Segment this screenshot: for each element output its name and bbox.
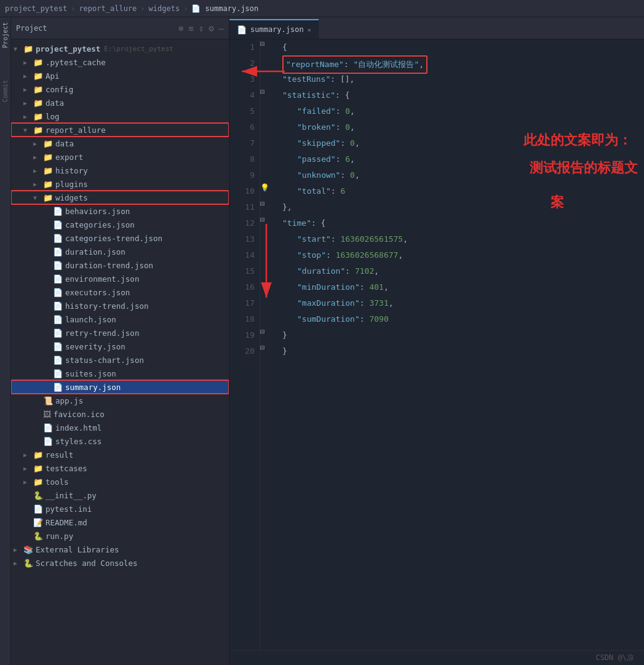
code-line-12: "time": { <box>282 215 634 231</box>
tree-item-plugins[interactable]: ▶ 📁 plugins <box>11 177 229 191</box>
tree-item-run-py[interactable]: ▶ 🐍 run.py <box>11 529 229 543</box>
tree-item-launch-json[interactable]: ▶ 📄 launch.json <box>11 313 229 326</box>
scratch-icon: 🐍 <box>23 559 33 568</box>
tree-item-data2[interactable]: ▶ 📁 data <box>11 137 229 150</box>
expand-arrow: ▼ <box>14 46 21 52</box>
code-line-18: "sumDuration": 7090 <box>282 311 634 327</box>
code-line-17: "maxDuration": 3731, <box>282 295 634 311</box>
tree-item-scratches[interactable]: ▶ 🐍 Scratches and Consoles <box>11 556 229 570</box>
folder-icon: 📁 <box>43 153 53 162</box>
tree-item-history[interactable]: ▶ 📁 history <box>11 164 229 177</box>
code-line-7: "skipped": 0, <box>282 135 634 151</box>
tree-item-pytest-ini[interactable]: ▶ 📄 pytest.ini <box>11 502 229 516</box>
tree-item-styles-css[interactable]: ▶ 📄 styles.css <box>11 434 229 448</box>
line-numbers: 1 2 3 4 5 6 7 8 9 10 11 12 13 14 15 16 1… <box>229 39 260 650</box>
tree-item-summary-json[interactable]: ▶ 📄 summary.json <box>11 380 229 394</box>
tree-item-external-libs[interactable]: ▶ 📚 External Libraries <box>11 543 229 556</box>
json-icon: 📄 <box>53 220 63 229</box>
tree-item-suites-json[interactable]: ▶ 📄 suites.json <box>11 367 229 380</box>
fold-icon-4[interactable]: ⊟ <box>260 87 264 96</box>
code-editor: 1 2 3 4 5 6 7 8 9 10 11 12 13 14 15 16 1… <box>229 39 644 650</box>
folder-icon: 📁 <box>33 112 43 121</box>
folder-icon: 📁 <box>33 85 43 94</box>
sidebar: Project ⊕ ≡ ⇕ ⚙ — ▼ 📁 project_pytest E:\… <box>11 17 229 665</box>
code-line-15: "duration": 7102, <box>282 263 634 279</box>
tree-item-pytest-cache[interactable]: ▶ 📁 .pytest_cache <box>11 55 229 69</box>
minimize-icon[interactable]: — <box>219 23 224 33</box>
tree-item-readme-md[interactable]: ▶ 📝 README.md <box>11 516 229 529</box>
folder-icon: 📁 <box>43 139 53 148</box>
tree-item-report-allure[interactable]: ▼ 📁 report_allure <box>11 123 229 137</box>
py-icon: 🐍 <box>33 491 43 500</box>
json-icon: 📄 <box>53 315 63 324</box>
fold-icon-19[interactable]: ⊟ <box>260 327 264 336</box>
tree-item-duration-trend-json[interactable]: ▶ 📄 duration-trend.json <box>11 258 229 272</box>
tab-label: summary.json <box>250 25 304 34</box>
breadcrumb-file[interactable]: 📄 summary.json <box>191 4 258 13</box>
code-line-5: "failed": 0, <box>282 103 634 119</box>
tree-item-app-js[interactable]: ▶ 📜 app.js <box>11 394 229 407</box>
tree-item-severity-json[interactable]: ▶ 📄 severity.json <box>11 340 229 353</box>
tree-item-log[interactable]: ▶ 📁 log <box>11 110 229 123</box>
code-content[interactable]: { "reportName": "自动化测试报告", "testRuns": [… <box>272 39 644 650</box>
tab-file-icon: 📄 <box>237 25 247 34</box>
sidebar-header: Project ⊕ ≡ ⇕ ⚙ — <box>11 17 229 39</box>
json-icon: 📄 <box>53 383 63 392</box>
json-icon: 📄 <box>53 342 63 351</box>
folder-icon: 📁 <box>33 125 43 135</box>
tree-item-duration-json[interactable]: ▶ 📄 duration.json <box>11 245 229 258</box>
code-line-14: "stop": 1636026568677, <box>282 247 634 263</box>
json-icon: 📄 <box>53 329 63 338</box>
commit-tab[interactable]: Commit <box>2 80 9 102</box>
json-icon: 📄 <box>53 356 63 365</box>
tree-item-history-trend-json[interactable]: ▶ 📄 history-trend.json <box>11 299 229 313</box>
tree-item-categories-trend-json[interactable]: ▶ 📄 categories-trend.json <box>11 231 229 245</box>
editor-tab-summary-json[interactable]: 📄 summary.json ✕ <box>229 19 319 39</box>
ico-icon: 🖼 <box>43 410 51 419</box>
tree-item-tools[interactable]: ▶ 📁 tools <box>11 475 229 488</box>
breadcrumb-widgets[interactable]: widgets <box>149 4 180 13</box>
tree-item-widgets[interactable]: ▼ 📁 widgets <box>11 191 229 204</box>
breadcrumb-report[interactable]: report_allure <box>79 4 137 13</box>
tree-item-status-chart-json[interactable]: ▶ 📄 status-chart.json <box>11 353 229 367</box>
tree-item-export[interactable]: ▶ 📁 export <box>11 150 229 164</box>
tree-item-executors-json[interactable]: ▶ 📄 executors.json <box>11 285 229 299</box>
file-tree: ▼ 📁 project_pytest E:\project_pytest ▶ 📁… <box>11 39 229 665</box>
tree-item-project-pytest[interactable]: ▼ 📁 project_pytest E:\project_pytest <box>11 42 229 55</box>
collapse-all-icon[interactable]: ≡ <box>188 23 193 33</box>
lib-icon: 📚 <box>23 545 33 554</box>
sync-icon[interactable]: ⊕ <box>178 23 183 33</box>
tree-item-api[interactable]: ▶ 📁 Api <box>11 69 229 82</box>
tree-item-data[interactable]: ▶ 📁 data <box>11 96 229 110</box>
credit-text: CSDN @\凉 <box>595 653 634 663</box>
expand-icon[interactable]: ⇕ <box>199 23 204 33</box>
tree-item-environment-json[interactable]: ▶ 📄 environment.json <box>11 272 229 285</box>
project-tab[interactable]: Project <box>2 22 9 48</box>
fold-icon-12[interactable]: ⊟ <box>260 215 264 224</box>
lightbulb-icon[interactable]: 💡 <box>260 183 269 192</box>
tree-item-index-html[interactable]: ▶ 📄 index.html <box>11 421 229 434</box>
settings-icon[interactable]: ⚙ <box>209 23 213 33</box>
tree-item-categories-json[interactable]: ▶ 📄 categories.json <box>11 218 229 231</box>
tree-item-init-py[interactable]: ▶ 🐍 __init__.py <box>11 488 229 502</box>
fold-icon-11[interactable]: ⊟ <box>260 199 264 208</box>
tab-close-button[interactable]: ✕ <box>308 26 311 33</box>
sidebar-header-icons: ⊕ ≡ ⇕ ⚙ — <box>178 23 224 33</box>
tree-item-favicon-ico[interactable]: ▶ 🖼 favicon.ico <box>11 407 229 421</box>
main-layout: Project Commit Project ⊕ ≡ ⇕ ⚙ — ▼ 📁 pro… <box>0 17 644 665</box>
breadcrumb-project[interactable]: project_pytest <box>5 4 67 13</box>
code-line-9: "unknown": 0, <box>282 167 634 183</box>
tree-item-behaviors-json[interactable]: ▶ 📄 behaviors.json <box>11 204 229 218</box>
md-icon: 📝 <box>33 518 43 527</box>
tree-item-retry-trend-json[interactable]: ▶ 📄 retry-trend.json <box>11 326 229 340</box>
tree-item-result[interactable]: ▶ 📁 result <box>11 448 229 461</box>
js-icon: 📜 <box>43 396 53 405</box>
title-bar: project_pytest › report_allure › widgets… <box>0 0 644 17</box>
code-line-19: } <box>282 327 634 343</box>
json-icon: 📄 <box>53 207 63 216</box>
json-icon: 📄 <box>53 261 63 270</box>
tree-item-testcases[interactable]: ▶ 📁 testcases <box>11 461 229 475</box>
tree-item-config[interactable]: ▶ 📁 config <box>11 82 229 96</box>
fold-icon-20[interactable]: ⊟ <box>260 343 264 352</box>
fold-icon-1[interactable]: ⊟ <box>260 39 264 48</box>
